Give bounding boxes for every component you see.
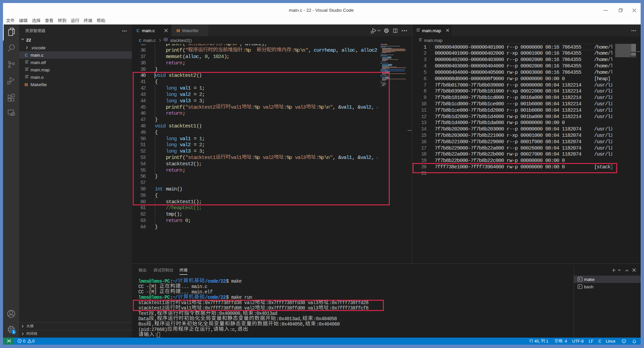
svg-text:~/: ~/ bbox=[173, 295, 178, 300]
svg-text:50: 50 bbox=[140, 136, 146, 142]
svg-text:/home/l: /home/l bbox=[594, 50, 613, 56]
svg-text:(): () bbox=[196, 72, 202, 78]
svg-text:12: 12 bbox=[421, 114, 427, 120]
svg-text:\n: \n bbox=[324, 155, 330, 161]
svg-text:return: return bbox=[166, 167, 183, 173]
svg-text:42: 42 bbox=[140, 85, 146, 91]
svg-text:{: { bbox=[155, 79, 158, 85]
svg-text::0x7fff738ffd30 val3: :0x7fff738ffd30 val3 bbox=[266, 300, 318, 305]
svg-text:val2: val2 bbox=[263, 155, 274, 161]
svg-text:58: 58 bbox=[140, 186, 146, 192]
svg-text:val2: val2 bbox=[360, 104, 371, 110]
svg-text::0x4013ad: :0x4013ad bbox=[254, 311, 277, 316]
svg-text::0x404058,: :0x404058, bbox=[279, 322, 305, 327]
svg-text:,: , bbox=[333, 155, 336, 161]
svg-text:45: 45 bbox=[140, 104, 146, 110]
svg-text:long: long bbox=[166, 98, 177, 104]
svg-text:": " bbox=[185, 47, 188, 53]
svg-text:(pid:27668): (pid:27668) bbox=[139, 327, 167, 332]
svg-text:/usr/li: /usr/li bbox=[594, 132, 613, 138]
svg-text::0x404060: :0x404060 bbox=[316, 322, 340, 327]
svg-text:7f7b8b1d2000-7f7b8b1d4000 rw-p: 7f7b8b1d2000-7f7b8b1d4000 rw-p 001ba000 … bbox=[435, 114, 582, 120]
svg-text:/home/l: /home/l bbox=[594, 44, 613, 50]
svg-text:long: long bbox=[166, 85, 177, 91]
svg-text:,: , bbox=[211, 327, 213, 332]
svg-text:000000404000-000000405000 rw-p: 000000404000-000000405000 rw-p 00003000 … bbox=[435, 69, 582, 75]
svg-text:,: , bbox=[207, 54, 210, 60]
svg-text:%p: %p bbox=[294, 47, 300, 53]
svg-text:57: 57 bbox=[140, 180, 146, 186]
svg-text:/home/l: /home/l bbox=[594, 69, 613, 75]
svg-text:M: M bbox=[24, 82, 28, 87]
svg-text:val2: val2 bbox=[180, 142, 191, 148]
svg-text:38: 38 bbox=[140, 60, 146, 66]
svg-text:5: 5 bbox=[424, 69, 427, 75]
svg-text::: : bbox=[155, 332, 157, 338]
svg-text::0x7fff738ffd00 val3: :0x7fff738ffd00 val3 bbox=[266, 305, 318, 311]
svg-text:6: 6 bbox=[424, 76, 427, 82]
svg-text:return: return bbox=[166, 110, 183, 116]
svg-text:int: int bbox=[155, 186, 163, 192]
svg-text:currheap: currheap bbox=[314, 47, 336, 53]
svg-text:main.c - 22 - Visual Studio Co: main.c - 22 - Visual Studio Code bbox=[289, 8, 354, 13]
svg-text:... main.c: ... main.c bbox=[181, 284, 207, 289]
svg-text:/usr/li: /usr/li bbox=[594, 95, 613, 101]
svg-text:0: 0 bbox=[23, 339, 25, 344]
svg-text:51: 51 bbox=[140, 142, 146, 148]
svg-text:;: ; bbox=[202, 98, 205, 104]
svg-text:alloc2: alloc2 bbox=[361, 47, 378, 53]
svg-text:%p: %p bbox=[319, 104, 324, 110]
svg-text:printf: printf bbox=[166, 47, 183, 53]
svg-text:main.map: main.map bbox=[422, 28, 441, 33]
svg-text:,: , bbox=[333, 104, 336, 110]
svg-text:0: 0 bbox=[32, 339, 35, 344]
svg-text:}: } bbox=[155, 173, 158, 179]
svg-text:,: , bbox=[371, 155, 374, 161]
svg-text:1024: 1024 bbox=[213, 54, 224, 60]
svg-text:/usr/li: /usr/li bbox=[594, 101, 613, 107]
svg-text:~/: ~/ bbox=[173, 279, 178, 284]
svg-text:\n: \n bbox=[324, 104, 330, 110]
svg-text:stacktest2: stacktest2 bbox=[169, 72, 197, 78]
svg-text:2: 2 bbox=[424, 50, 427, 56]
svg-text:CC -[M]: CC -[M] bbox=[139, 284, 157, 289]
svg-text:val3: val3 bbox=[180, 148, 191, 154]
svg-text:main.elf: main.elf bbox=[31, 60, 46, 65]
svg-text:printf: printf bbox=[166, 104, 183, 110]
svg-text:52: 52 bbox=[140, 148, 146, 154]
svg-text:22: 22 bbox=[26, 38, 31, 43]
svg-text::0x7fff738ffd08 val2: :0x7fff738ffd08 val2 bbox=[202, 305, 255, 311]
svg-text:11: 11 bbox=[421, 107, 427, 113]
svg-text:/usr/li: /usr/li bbox=[594, 88, 613, 94]
svg-text:val1: val1 bbox=[231, 104, 242, 110]
svg-text:43: 43 bbox=[140, 92, 146, 98]
svg-text:39: 39 bbox=[140, 66, 146, 72]
svg-text:,: , bbox=[336, 47, 339, 53]
svg-text:,: , bbox=[352, 155, 355, 161]
svg-text:stacktest2();: stacktest2(); bbox=[166, 161, 202, 167]
svg-text:val3: val3 bbox=[295, 104, 306, 110]
svg-text:7f7b8b017000-7f7b8b039000 r--p: 7f7b8b017000-7f7b8b039000 r--p 00000000 … bbox=[435, 82, 582, 88]
svg-text:18: 18 bbox=[421, 151, 427, 157]
svg-text:7fff738e1000-7fff73904000 rw-p: 7fff738e1000-7fff73904000 rw-p 00000000 … bbox=[435, 164, 565, 170]
svg-text:}: } bbox=[155, 117, 158, 123]
svg-text:7f7b8b181000-7f7b8b1cd000 r--p: 7f7b8b181000-7f7b8b1cd000 r--p 0016a000 … bbox=[435, 95, 582, 101]
svg-text:lmos@lmos-PC: lmos@lmos-PC bbox=[139, 279, 170, 284]
svg-text:55: 55 bbox=[140, 167, 146, 173]
svg-text:;: ; bbox=[202, 92, 205, 98]
svg-text:,: , bbox=[154, 316, 157, 322]
svg-text:;: ; bbox=[182, 60, 185, 66]
svg-text:... main.elf: ... main.elf bbox=[181, 289, 213, 295]
svg-text:56: 56 bbox=[140, 173, 146, 179]
svg-text:/code/22: /code/22 bbox=[205, 279, 226, 284]
svg-text:stacktest2: stacktest2 bbox=[139, 305, 165, 311]
svg-text:stacktest2(): stacktest2() bbox=[170, 38, 192, 43]
svg-text:C: C bbox=[25, 53, 28, 58]
svg-text:=: = bbox=[194, 98, 197, 104]
svg-text:(): () bbox=[177, 186, 183, 192]
svg-text:val1: val1 bbox=[341, 104, 352, 110]
svg-text:val1: val1 bbox=[231, 155, 242, 161]
svg-text:7f7b8b22a000-7f7b8b22b000 rw-p: 7f7b8b22a000-7f7b8b22b000 rw-p 00027000 … bbox=[435, 151, 582, 157]
svg-text:7: 7 bbox=[424, 82, 427, 88]
svg-text:15: 15 bbox=[421, 132, 427, 138]
